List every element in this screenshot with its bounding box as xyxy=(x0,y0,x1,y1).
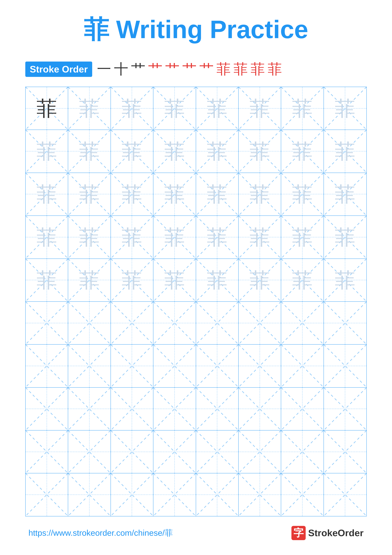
svg-line-83 xyxy=(68,302,110,344)
svg-line-138 xyxy=(239,431,281,473)
grid-cell-r7c8 xyxy=(324,345,366,387)
grid-cell-r4c1: 菲 xyxy=(26,216,68,258)
svg-line-89 xyxy=(196,302,238,344)
grid-cell-r7c1 xyxy=(26,345,68,387)
svg-line-125 xyxy=(281,388,323,430)
grid-cell-r8c3 xyxy=(111,388,153,430)
svg-line-86 xyxy=(153,302,196,344)
stroke-char-7: 艹 xyxy=(200,59,214,79)
svg-line-143 xyxy=(324,431,366,473)
grid-cell-r10c2 xyxy=(68,473,111,516)
svg-line-112 xyxy=(26,388,68,430)
svg-line-82 xyxy=(68,302,110,344)
svg-line-131 xyxy=(68,431,110,473)
svg-line-133 xyxy=(111,431,153,473)
footer-url: https://www.strokeorder.com/chinese/菲 xyxy=(29,527,173,539)
svg-line-145 xyxy=(26,473,68,516)
svg-line-127 xyxy=(324,388,366,430)
grid-cell-r2c6: 菲 xyxy=(239,130,281,172)
grid-cell-r4c6: 菲 xyxy=(239,216,281,258)
grid-cell-r10c4 xyxy=(153,473,196,516)
grid-cell-r3c1: 菲 xyxy=(26,173,68,215)
grid-cell-r6c1 xyxy=(26,302,68,344)
svg-line-126 xyxy=(324,388,366,430)
grid-cell-r6c8 xyxy=(324,302,366,344)
svg-line-118 xyxy=(153,388,196,430)
svg-line-114 xyxy=(68,388,110,430)
grid-cell-r1c7: 菲 xyxy=(281,87,324,130)
grid-cell-r1c8: 菲 xyxy=(324,87,366,130)
char-r1c6: 菲 xyxy=(249,98,270,119)
svg-line-148 xyxy=(111,473,153,516)
grid-cell-r6c2 xyxy=(68,302,111,344)
svg-line-141 xyxy=(281,431,323,473)
grid-cell-r10c7 xyxy=(281,473,324,516)
svg-line-130 xyxy=(68,431,110,473)
grid-cell-r2c5: 菲 xyxy=(196,130,239,172)
svg-line-140 xyxy=(281,431,323,473)
grid-cell-r5c7: 菲 xyxy=(281,259,324,301)
svg-line-117 xyxy=(111,388,153,430)
svg-line-98 xyxy=(68,345,110,387)
stroke-order-label: Stroke Order xyxy=(25,62,92,77)
grid-cell-r9c6 xyxy=(239,431,281,473)
grid-cell-r1c2: 菲 xyxy=(68,87,111,130)
grid-cell-r2c8: 菲 xyxy=(324,130,366,172)
stroke-char-6: 艹 xyxy=(182,59,197,79)
grid-cell-r8c4 xyxy=(153,388,196,430)
char-r1c4: 菲 xyxy=(164,98,185,119)
svg-line-122 xyxy=(239,388,281,430)
grid-cell-r9c8 xyxy=(324,431,366,473)
grid-cell-r2c4: 菲 xyxy=(153,130,196,172)
svg-line-107 xyxy=(239,345,281,387)
grid-cell-r6c7 xyxy=(281,302,324,344)
svg-line-108 xyxy=(281,345,323,387)
grid-cell-r9c4 xyxy=(153,431,196,473)
grid-cell-r3c4: 菲 xyxy=(153,173,196,215)
grid-cell-r7c2 xyxy=(68,345,111,387)
svg-line-128 xyxy=(26,431,68,473)
grid-cell-r7c3 xyxy=(111,345,153,387)
svg-line-119 xyxy=(153,388,196,430)
grid-row-5: 菲 菲 菲 菲 菲 菲 菲 菲 xyxy=(26,259,366,302)
svg-line-97 xyxy=(26,345,68,387)
grid-cell-r6c3 xyxy=(111,302,153,344)
grid-cell-r9c2 xyxy=(68,431,111,473)
svg-line-92 xyxy=(281,302,323,344)
svg-line-149 xyxy=(111,473,153,516)
svg-line-144 xyxy=(26,473,68,516)
svg-line-124 xyxy=(281,388,323,430)
grid-cell-r4c8: 菲 xyxy=(324,216,366,258)
svg-line-105 xyxy=(196,345,238,387)
grid-cell-r5c4: 菲 xyxy=(153,259,196,301)
svg-line-155 xyxy=(239,473,281,516)
svg-line-132 xyxy=(111,431,153,473)
svg-line-91 xyxy=(239,302,281,344)
svg-line-104 xyxy=(196,345,238,387)
stroke-char-2: 十 xyxy=(114,59,128,79)
grid-row-7 xyxy=(26,345,366,387)
grid-cell-r3c5: 菲 xyxy=(196,173,239,215)
grid-cell-r5c6: 菲 xyxy=(239,259,281,301)
footer-logo-text: StrokeOrder xyxy=(308,527,363,538)
svg-line-103 xyxy=(153,345,196,387)
svg-line-150 xyxy=(153,473,196,516)
grid-row-9 xyxy=(26,431,366,473)
svg-line-156 xyxy=(281,473,323,516)
grid-cell-r10c3 xyxy=(111,473,153,516)
grid-cell-r4c2: 菲 xyxy=(68,216,111,258)
footer-logo: 字 StrokeOrder xyxy=(292,526,363,540)
practice-grid: 菲 菲 菲 菲 菲 菲 菲 xyxy=(25,87,367,516)
page-title: 菲 Writing Practice xyxy=(84,13,308,47)
svg-line-115 xyxy=(68,388,110,430)
svg-line-136 xyxy=(196,431,238,473)
svg-line-123 xyxy=(239,388,281,430)
svg-line-113 xyxy=(26,388,68,430)
grid-cell-r9c5 xyxy=(196,431,239,473)
footer: https://www.strokeorder.com/chinese/菲 字 … xyxy=(25,526,367,540)
stroke-char-3: 艹 xyxy=(131,59,145,79)
svg-line-152 xyxy=(196,473,238,516)
grid-cell-r4c4: 菲 xyxy=(153,216,196,258)
grid-cell-r8c5 xyxy=(196,388,239,430)
svg-line-84 xyxy=(111,302,153,344)
